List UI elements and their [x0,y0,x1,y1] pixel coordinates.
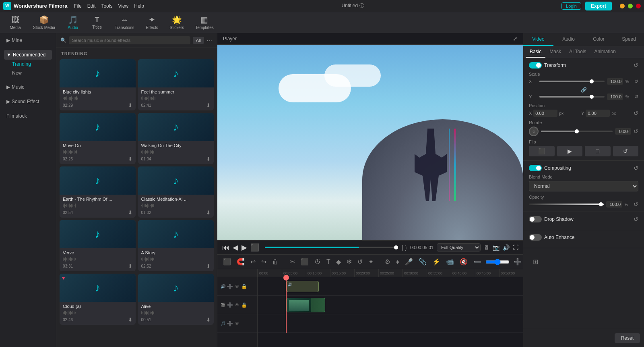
track-lock-button[interactable]: 🔒 [241,284,247,289]
login-button[interactable]: Login [561,2,581,10]
scale-y-handle[interactable] [590,95,594,99]
rotate-dial[interactable]: ⊙ [529,127,539,136]
opacity-slider[interactable] [529,204,604,205]
timeline-content[interactable]: 00:00 00:05:00 00:10:00 00:15:00 00:20:0… [258,269,523,347]
timeline-tool-audio-track[interactable]: 🔇 [458,257,469,266]
video-track-add-button[interactable]: ➕ [227,302,233,308]
music-card-6[interactable]: ♪ Classic Meditation-AI ... 01:02 ⬇ [138,166,214,218]
flip-square-button[interactable]: □ [585,146,611,156]
flip-play-button[interactable]: ▶ [557,146,583,156]
clip-video-main[interactable] [287,298,325,312]
music-card-9[interactable]: ♥ ♪ Cloud (a) 02:46 ⬇ [60,274,136,325]
volume-button[interactable]: 🔊 [503,244,510,251]
export-button[interactable]: Export [585,2,612,10]
flip-horizontal-button[interactable]: ⬛ [529,146,555,156]
tab-speed[interactable]: Speed [614,33,644,46]
clip-audio-overlay[interactable]: 🔊 [287,281,319,292]
sidebar-item-new[interactable]: New [4,69,52,77]
timeline-tool-fx[interactable]: ⚡ [431,257,442,266]
scale-y-value[interactable]: 100.0 [607,94,623,100]
rotate-slider[interactable] [541,131,613,132]
sidebar-item-filmstock[interactable]: Filmstock [4,111,52,121]
music-download-6[interactable]: ⬇ [206,210,211,216]
progress-bar[interactable] [265,247,396,248]
scale-x-slider[interactable] [539,81,605,82]
scale-y-reset[interactable]: ↺ [634,94,638,100]
music-download-2[interactable]: ⬇ [206,102,211,108]
timeline-tool-grid[interactable]: ⊞ [531,257,540,266]
compositing-toggle[interactable] [529,165,542,171]
position-y-input[interactable] [586,110,610,117]
timeline-tool-clip[interactable]: 📎 [417,257,428,266]
tab-color[interactable]: Color [584,33,614,46]
tool-audio[interactable]: 🎵 Audio [62,13,84,31]
timeline-tool-speed[interactable]: ⏱ [313,258,322,266]
timeline-tool-video[interactable]: 📹 [444,257,456,266]
player-expand-button[interactable]: ⤢ [513,35,518,42]
compositing-reset[interactable]: ↺ [634,165,638,171]
music-download-8[interactable]: ⬇ [206,263,211,269]
drop-shadow-toggle[interactable] [529,216,542,222]
tool-transitions[interactable]: ↔ Transitions [110,14,139,31]
auto-enhance-toggle[interactable] [529,234,542,241]
music-download-3[interactable]: ⬇ [128,156,132,162]
screenshot-button[interactable]: 🖥 [484,244,489,251]
opacity-handle[interactable] [599,202,603,206]
timeline-tool-keyframe[interactable]: ◆ [334,257,343,266]
timeline-tool-snap[interactable]: 🧲 [235,257,246,266]
menu-tools[interactable]: Tools [101,3,112,9]
tool-stock-media[interactable]: 📦 Stock Media [28,13,60,31]
music-card-5[interactable]: ♪ Earth - The Rhythm Of ... 02:54 ⬇ [60,166,136,218]
tab-video[interactable]: Video [523,33,553,46]
menu-help[interactable]: Help [134,3,144,9]
camera-button[interactable]: 📷 [493,244,500,251]
sub-tab-basic[interactable]: Basic [526,46,545,58]
sub-tab-ai-tools[interactable]: AI Tools [565,46,590,58]
sidebar-item-recommended[interactable]: ▼ Recommended [4,50,52,60]
music-download-9[interactable]: ⬇ [128,317,132,323]
menu-view[interactable]: View [118,3,128,9]
music-download-5[interactable]: ⬇ [128,210,132,216]
music-download-4[interactable]: ⬇ [206,156,211,162]
opacity-value[interactable]: 100.0 [606,201,622,208]
track-add-button[interactable]: ➕ [227,284,233,289]
search-input[interactable] [69,36,190,44]
timeline-tool-select[interactable]: ⬛ [221,257,233,266]
music-card-2[interactable]: ♪ Feel the summer 02:41 ⬇ [138,59,214,110]
reset-button[interactable]: Reset [615,333,640,343]
music-card-3[interactable]: ♪ Move On 02:25 ⬇ [60,113,136,164]
music-download-10[interactable]: ⬇ [206,317,211,323]
timeline-tool-settings[interactable]: ⚙ [383,257,392,266]
maximize-button[interactable] [628,4,633,8]
video-track-eye-button[interactable]: 👁 [235,302,239,308]
skip-back-button[interactable]: ⏮ [222,243,229,252]
menu-edit[interactable]: Edit [87,3,96,9]
video-track-lock-button[interactable]: 🔒 [241,302,247,308]
sidebar-item-sound-effect[interactable]: ▶ Sound Effect [4,97,52,106]
opacity-reset[interactable]: ↺ [634,201,638,208]
quality-select[interactable]: Full Quality Half Quality Quarter Qualit… [437,243,481,251]
timeline-tool-mark[interactable]: ♦ [394,258,401,266]
sub-tab-mask[interactable]: Mask [545,46,565,58]
timeline-tool-zoom-out[interactable]: ➖ [472,257,483,266]
timeline-tool-redo[interactable]: ↪ [260,257,268,266]
blend-mode-select[interactable]: Normal Multiply Screen Overlay [529,181,638,191]
play-pause-button[interactable]: ▶ [242,243,247,252]
music-download-1[interactable]: ⬇ [128,102,132,108]
flip-rotate-button[interactable]: ↺ [613,146,639,156]
timeline-tool-crop[interactable]: ⬛ [299,257,310,266]
timeline-tool-delete[interactable]: 🗑 [270,258,280,266]
link-icon[interactable]: 🔗 [581,87,587,93]
track-eye-button[interactable]: 👁 [235,284,239,289]
music-card-1[interactable]: ♪ Blue city lights 02:29 ⬇ [60,59,136,110]
tool-titles[interactable]: T Titles [86,14,108,31]
timeline-zoom-slider[interactable] [485,259,510,265]
close-button[interactable] [636,4,641,8]
drop-shadow-reset[interactable]: ↺ [634,216,638,222]
stop-button[interactable]: ⬛ [250,243,259,252]
menu-file[interactable]: File [74,3,81,9]
filter-button[interactable]: All [193,37,204,44]
position-x-input[interactable] [533,110,557,117]
music-card-10[interactable]: ♪ Alive 00:51 ⬇ [138,274,214,325]
rotate-reset[interactable]: ↺ [634,128,638,135]
